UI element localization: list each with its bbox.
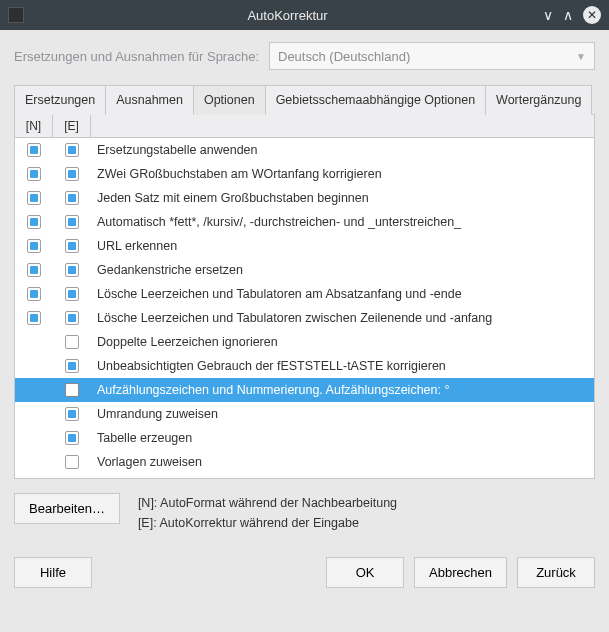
table-row[interactable]: Automatisch *fett*, /kursiv/, -durchstre…	[15, 210, 594, 234]
language-value: Deutsch (Deutschland)	[278, 49, 410, 64]
table-row[interactable]: Tabelle erzeugen	[15, 426, 594, 450]
cell-e	[53, 287, 91, 301]
column-header-e[interactable]: [E]	[53, 115, 91, 137]
tab-ersetzungen[interactable]: Ersetzungen	[14, 85, 106, 115]
cell-n	[15, 215, 53, 229]
dialog-footer: Hilfe OK Abbrechen Zurück	[14, 557, 595, 588]
tab-bar: ErsetzungenAusnahmenOptionenGebietsschem…	[14, 84, 595, 115]
tab-ausnahmen[interactable]: Ausnahmen	[105, 85, 194, 115]
legend-e: [E]: AutoKorrektur während der Eingabe	[138, 513, 397, 533]
table-row[interactable]: Lösche Leerzeichen und Tabulatoren zwisc…	[15, 306, 594, 330]
cell-e	[53, 191, 91, 205]
checkbox-e[interactable]	[65, 215, 79, 229]
checkbox-e[interactable]	[65, 431, 79, 445]
checkbox-e[interactable]	[65, 191, 79, 205]
checkbox-n[interactable]	[27, 167, 41, 181]
checkbox-n[interactable]	[27, 287, 41, 301]
language-row: Ersetzungen und Ausnahmen für Sprache: D…	[14, 42, 595, 70]
option-label: ZWei GRoßbuchstaben am WOrtanfang korrig…	[91, 167, 594, 181]
chevron-down-icon: ▼	[576, 51, 586, 62]
option-label: Automatisch *fett*, /kursiv/, -durchstre…	[91, 215, 594, 229]
cell-n	[15, 239, 53, 253]
checkbox-e[interactable]	[65, 143, 79, 157]
edit-button[interactable]: Bearbeiten…	[14, 493, 120, 524]
close-icon[interactable]: ✕	[583, 6, 601, 24]
checkbox-e[interactable]	[65, 287, 79, 301]
column-header-n[interactable]: [N]	[15, 115, 53, 137]
checkbox-n[interactable]	[27, 191, 41, 205]
checkbox-n[interactable]	[27, 263, 41, 277]
cell-e	[53, 215, 91, 229]
option-label: URL erkennen	[91, 239, 594, 253]
checkbox-e[interactable]	[65, 359, 79, 373]
option-label: Aufzählungszeichen und Nummerierung. Auf…	[91, 383, 594, 397]
option-label: Umrandung zuweisen	[91, 407, 594, 421]
minimize-icon[interactable]: ∨	[543, 8, 553, 22]
table-row[interactable]: Leere Absätze entfernen	[15, 474, 594, 478]
option-label: Ersetzungstabelle anwenden	[91, 143, 594, 157]
checkbox-n[interactable]	[27, 215, 41, 229]
table-row[interactable]: Unbeabsichtigten Gebrauch der fESTSTELL-…	[15, 354, 594, 378]
option-label: Vorlagen zuweisen	[91, 455, 594, 469]
table-row[interactable]: Jeden Satz mit einem Großbuchstaben begi…	[15, 186, 594, 210]
cancel-button[interactable]: Abbrechen	[414, 557, 507, 588]
table-row[interactable]: Gedankenstriche ersetzen	[15, 258, 594, 282]
table-row[interactable]: URL erkennen	[15, 234, 594, 258]
option-label: Doppelte Leerzeichen ignorieren	[91, 335, 594, 349]
table-body[interactable]: Ersetzungstabelle anwendenZWei GRoßbuchs…	[15, 138, 594, 478]
checkbox-e[interactable]	[65, 263, 79, 277]
checkbox-n[interactable]	[27, 239, 41, 253]
option-label: Gedankenstriche ersetzen	[91, 263, 594, 277]
titlebar: AutoKorrektur ∨ ∧ ✕	[0, 0, 609, 30]
app-icon	[8, 7, 24, 23]
checkbox-e[interactable]	[65, 239, 79, 253]
tab-gebietsschemaabhängige optionen[interactable]: Gebietsschemaabhängige Optionen	[265, 85, 486, 115]
option-label: Jeden Satz mit einem Großbuchstaben begi…	[91, 191, 594, 205]
cell-e	[53, 311, 91, 325]
maximize-icon[interactable]: ∧	[563, 8, 573, 22]
column-header-label	[91, 115, 594, 137]
tab-wortergänzung[interactable]: Wortergänzung	[485, 85, 592, 115]
cell-e	[53, 431, 91, 445]
cell-e	[53, 239, 91, 253]
checkbox-e[interactable]	[65, 455, 79, 469]
table-row[interactable]: ZWei GRoßbuchstaben am WOrtanfang korrig…	[15, 162, 594, 186]
option-label: Lösche Leerzeichen und Tabulatoren zwisc…	[91, 311, 594, 325]
table-row[interactable]: Doppelte Leerzeichen ignorieren	[15, 330, 594, 354]
cell-n	[15, 263, 53, 277]
tab-optionen[interactable]: Optionen	[193, 85, 266, 115]
language-label: Ersetzungen und Ausnahmen für Sprache:	[14, 49, 259, 64]
cell-e	[53, 263, 91, 277]
checkbox-e[interactable]	[65, 311, 79, 325]
window-controls: ∨ ∧ ✕	[543, 6, 601, 24]
language-combo[interactable]: Deutsch (Deutschland) ▼	[269, 42, 595, 70]
legend-row: Bearbeiten… [N]: AutoFormat während der …	[14, 493, 595, 533]
cell-e	[53, 335, 91, 349]
checkbox-e[interactable]	[65, 383, 79, 397]
cell-e	[53, 359, 91, 373]
ok-button[interactable]: OK	[326, 557, 404, 588]
window-title: AutoKorrektur	[32, 8, 543, 23]
cell-n	[15, 167, 53, 181]
checkbox-e[interactable]	[65, 167, 79, 181]
table-row[interactable]: Ersetzungstabelle anwenden	[15, 138, 594, 162]
cell-n	[15, 191, 53, 205]
back-button[interactable]: Zurück	[517, 557, 595, 588]
cell-e	[53, 143, 91, 157]
table-row[interactable]: Lösche Leerzeichen und Tabulatoren am Ab…	[15, 282, 594, 306]
option-label: Unbeabsichtigten Gebrauch der fESTSTELL-…	[91, 359, 594, 373]
option-label: Tabelle erzeugen	[91, 431, 594, 445]
checkbox-n[interactable]	[27, 311, 41, 325]
checkbox-e[interactable]	[65, 407, 79, 421]
cell-e	[53, 167, 91, 181]
checkbox-n[interactable]	[27, 143, 41, 157]
cell-e	[53, 383, 91, 397]
option-label: Lösche Leerzeichen und Tabulatoren am Ab…	[91, 287, 594, 301]
help-button[interactable]: Hilfe	[14, 557, 92, 588]
cell-e	[53, 455, 91, 469]
cell-e	[53, 407, 91, 421]
table-row[interactable]: Vorlagen zuweisen	[15, 450, 594, 474]
checkbox-e[interactable]	[65, 335, 79, 349]
table-row[interactable]: Umrandung zuweisen	[15, 402, 594, 426]
table-row[interactable]: Aufzählungszeichen und Nummerierung. Auf…	[15, 378, 594, 402]
